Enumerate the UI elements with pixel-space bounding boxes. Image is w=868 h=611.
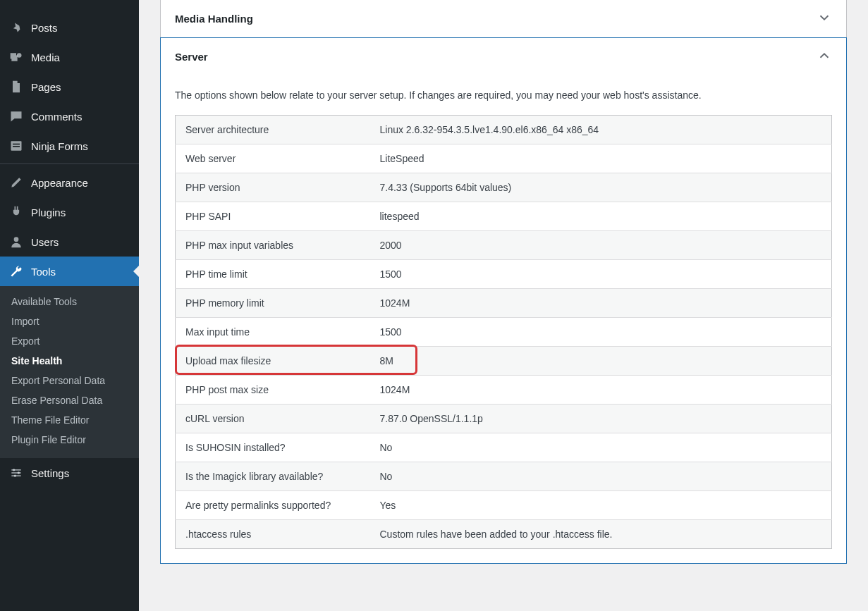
admin-menu-group-1: Posts Media Pages Comments Ninja Forms xyxy=(0,0,139,161)
table-row: cURL version7.87.0 OpenSSL/1.1.1p xyxy=(176,405,832,433)
menu-label: Media xyxy=(31,51,60,63)
accordion-title: Media Handling xyxy=(175,13,253,25)
row-value: 7.87.0 OpenSSL/1.1.1p xyxy=(370,405,832,433)
svg-point-9 xyxy=(18,471,20,474)
row-label: PHP memory limit xyxy=(176,289,370,318)
row-label: PHP max input variables xyxy=(176,231,370,260)
row-value: 1024M xyxy=(370,289,832,318)
svg-point-8 xyxy=(13,469,15,471)
row-value: No xyxy=(370,433,832,462)
menu-item-media[interactable]: Media xyxy=(0,42,139,72)
accordion-title: Server xyxy=(175,51,208,63)
chevron-up-icon xyxy=(817,48,832,66)
table-row: PHP memory limit1024M xyxy=(176,289,832,318)
svg-point-10 xyxy=(14,475,16,477)
row-value: litespeed xyxy=(370,202,832,231)
accordion-server: Server The options shown below relate to… xyxy=(160,37,847,564)
admin-menu-group-2: Appearance Plugins Users Tools xyxy=(0,168,139,286)
admin-sidebar: Posts Media Pages Comments Ninja Forms A… xyxy=(0,0,139,611)
form-icon xyxy=(8,138,24,154)
table-row: Is SUHOSIN installed?No xyxy=(176,433,832,462)
menu-label: Pages xyxy=(31,81,61,93)
row-label: .htaccess rules xyxy=(176,520,370,549)
row-value: Custom rules have been added to your .ht… xyxy=(370,520,832,549)
svg-point-4 xyxy=(14,237,19,242)
row-label: Is SUHOSIN installed? xyxy=(176,433,370,462)
submenu-site-health[interactable]: Site Health xyxy=(0,351,139,371)
row-label: Is the Imagick library available? xyxy=(176,462,370,491)
menu-item-appearance[interactable]: Appearance xyxy=(0,168,139,197)
table-row: Is the Imagick library available?No xyxy=(176,462,832,491)
menu-label: Ninja Forms xyxy=(31,140,88,152)
accordion-media-handling: Media Handling xyxy=(160,0,847,38)
row-value: No xyxy=(370,462,832,491)
row-value: 1500 xyxy=(370,318,832,347)
server-info-table: Server architectureLinux 2.6.32-954.3.5.… xyxy=(175,115,832,549)
submenu-export-personal-data[interactable]: Export Personal Data xyxy=(0,371,139,390)
table-row: .htaccess rulesCustom rules have been ad… xyxy=(176,520,832,549)
menu-item-pages[interactable]: Pages xyxy=(0,72,139,101)
table-row: PHP post max size1024M xyxy=(176,376,832,405)
menu-label: Users xyxy=(31,236,59,248)
svg-rect-2 xyxy=(13,144,20,145)
menu-label: Posts xyxy=(31,22,58,34)
table-row: PHP SAPIlitespeed xyxy=(176,202,832,231)
row-value: 1500 xyxy=(370,260,832,289)
table-row: PHP time limit1500 xyxy=(176,260,832,289)
table-row: PHP max input variables2000 xyxy=(176,231,832,260)
brush-icon xyxy=(8,175,24,190)
menu-separator xyxy=(0,161,139,164)
table-row: Upload max filesize8M xyxy=(176,347,832,376)
row-label: Server architecture xyxy=(176,116,370,144)
menu-item-plugins[interactable]: Plugins xyxy=(0,197,139,227)
menu-item-users[interactable]: Users xyxy=(0,227,139,257)
admin-menu-group-3: Settings xyxy=(0,458,139,488)
main-content: Media Handling Server The options shown … xyxy=(139,0,868,611)
plug-icon xyxy=(8,204,24,220)
row-value: 8M xyxy=(370,347,832,376)
settings-icon xyxy=(8,465,24,481)
svg-rect-3 xyxy=(13,146,20,147)
row-value: 7.4.33 (Supports 64bit values) xyxy=(370,173,832,202)
submenu-plugin-file-editor[interactable]: Plugin File Editor xyxy=(0,430,139,450)
row-value: 2000 xyxy=(370,231,832,260)
table-row: PHP version7.4.33 (Supports 64bit values… xyxy=(176,173,832,202)
row-label: Web server xyxy=(176,144,370,173)
menu-label: Tools xyxy=(31,266,56,278)
table-row: Web serverLiteSpeed xyxy=(176,144,832,173)
menu-label: Plugins xyxy=(31,206,66,218)
accordion-header-server[interactable]: Server xyxy=(161,38,846,75)
table-row: Max input time1500 xyxy=(176,318,832,347)
tools-submenu: Available Tools Import Export Site Healt… xyxy=(0,286,139,458)
submenu-import[interactable]: Import xyxy=(0,311,139,331)
wrench-icon xyxy=(8,264,24,279)
row-label: cURL version xyxy=(176,405,370,433)
row-label: PHP time limit xyxy=(176,260,370,289)
menu-label: Comments xyxy=(31,111,82,123)
menu-item-comments[interactable]: Comments xyxy=(0,101,139,131)
row-label: Are pretty permalinks supported? xyxy=(176,491,370,520)
submenu-available-tools[interactable]: Available Tools xyxy=(0,292,139,311)
row-value: LiteSpeed xyxy=(370,144,832,173)
row-label: PHP post max size xyxy=(176,376,370,405)
server-table-wrapper: Server architectureLinux 2.6.32-954.3.5.… xyxy=(175,115,832,549)
menu-item-posts[interactable]: Posts xyxy=(0,13,139,42)
menu-item-tools[interactable]: Tools xyxy=(0,257,139,286)
chevron-down-icon xyxy=(817,10,832,27)
submenu-theme-file-editor[interactable]: Theme File Editor xyxy=(0,410,139,430)
row-value: 1024M xyxy=(370,376,832,405)
submenu-export[interactable]: Export xyxy=(0,331,139,351)
row-value: Yes xyxy=(370,491,832,520)
row-label: Upload max filesize xyxy=(176,347,370,376)
user-icon xyxy=(8,234,24,249)
menu-item-settings[interactable]: Settings xyxy=(0,458,139,488)
menu-item-ninja-forms[interactable]: Ninja Forms xyxy=(0,131,139,161)
table-row: Server architectureLinux 2.6.32-954.3.5.… xyxy=(176,116,832,144)
server-description: The options shown below relate to your s… xyxy=(175,75,832,115)
menu-label: Settings xyxy=(31,467,69,479)
accordion-header-media-handling[interactable]: Media Handling xyxy=(161,0,846,37)
menu-label: Appearance xyxy=(31,177,88,189)
row-label: PHP version xyxy=(176,173,370,202)
submenu-erase-personal-data[interactable]: Erase Personal Data xyxy=(0,390,139,410)
svg-point-0 xyxy=(17,53,22,58)
